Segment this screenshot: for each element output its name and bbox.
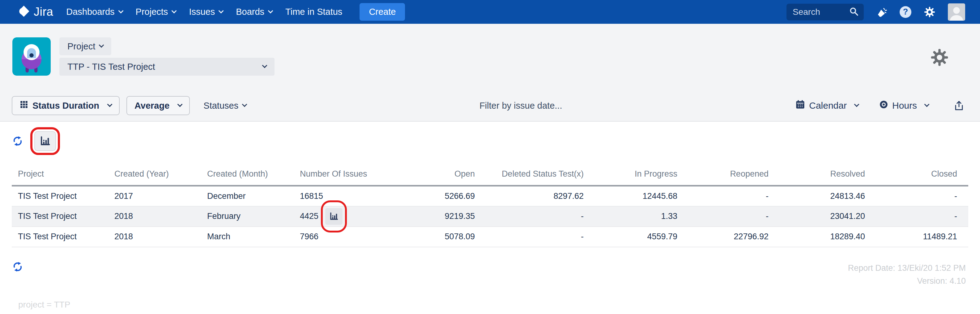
project-avatar-monster (13, 37, 51, 76)
column-header: Closed (869, 165, 968, 186)
chevron-down-icon (262, 63, 267, 68)
top-navigation: Jira Dashboards Projects Issues Boards T… (0, 0, 980, 24)
cell: TIS Test Project (12, 186, 108, 206)
chevron-down-icon (118, 8, 123, 13)
cell: - (479, 227, 588, 247)
chevron-down-icon (854, 102, 859, 107)
chevron-down-icon (172, 8, 177, 13)
chevron-down-icon (924, 102, 930, 107)
cell: TIS Test Project (12, 227, 108, 247)
user-avatar[interactable] (948, 3, 965, 21)
cell: - (682, 186, 773, 206)
calendar-dropdown[interactable]: Calendar (795, 100, 859, 112)
column-header: In Progress (588, 165, 682, 186)
row-chart-button[interactable] (325, 208, 342, 225)
cell: March (201, 227, 294, 247)
cell: 23041.20 (773, 206, 869, 227)
metric-dropdown[interactable]: Average (126, 96, 190, 115)
report-version: Version: 4.10 (848, 274, 966, 287)
refresh-icon[interactable] (13, 136, 23, 146)
project-header: Project TTP - TIS Test Project (0, 37, 980, 76)
help-icon[interactable]: ? (900, 6, 912, 18)
megaphone-icon[interactable] (876, 6, 887, 17)
gear-icon[interactable] (924, 6, 935, 18)
column-header: Open (387, 165, 479, 186)
cell: 24813.46 (773, 186, 869, 206)
cell: 2018 (108, 206, 201, 227)
cell: 7966 (294, 227, 387, 247)
cell: 5266.69 (387, 186, 479, 206)
column-header: Reopened (682, 165, 773, 186)
cell: - (869, 206, 968, 227)
cell: 2018 (108, 227, 201, 247)
report-settings-gear-icon[interactable] (930, 48, 949, 68)
chevron-down-icon (219, 8, 224, 13)
table-row: TIS Test Project 2018 March 7966 5078.09… (12, 227, 968, 247)
column-header: Resolved (773, 165, 869, 186)
statuses-dropdown[interactable]: Statuses (204, 101, 247, 111)
cell: 16815 (294, 186, 387, 206)
table-row: TIS Test Project 2017 December 16815 526… (12, 186, 968, 206)
annotation-ring (30, 127, 60, 155)
report-content: Project Created (Year) Created (Month) N… (0, 122, 980, 314)
calendar-icon (795, 100, 805, 112)
jira-logo-icon (17, 5, 30, 19)
jira-logo-text: Jira (34, 5, 53, 19)
column-header: Created (Month) (201, 165, 294, 186)
column-header: Deleted Status Test(x) (479, 165, 588, 186)
nav-item-time-in-status[interactable]: Time in Status (285, 7, 342, 17)
toolbar-right: Calendar Hours (795, 100, 964, 112)
cell: - (479, 206, 588, 227)
nav-item-issues[interactable]: Issues (189, 7, 223, 17)
grid-icon (20, 100, 28, 111)
table-row: TIS Test Project 2018 February 4425 (12, 206, 968, 227)
chart-toggle-row (0, 122, 980, 155)
cell: TIS Test Project (12, 206, 108, 227)
report-date: Report Date: 13/Eki/20 1:52 PM (848, 262, 966, 274)
bullseye-icon (879, 100, 888, 111)
search-box[interactable] (786, 4, 864, 21)
jql-query-text: project = TTP (0, 300, 980, 310)
nav-item-dashboards[interactable]: Dashboards (66, 7, 123, 17)
report-meta: Report Date: 13/Eki/20 1:52 PM Version: … (848, 262, 966, 287)
chevron-down-icon (177, 102, 183, 107)
nav-left: Jira Dashboards Projects Issues Boards T… (0, 3, 405, 21)
cell: 9219.35 (387, 206, 479, 227)
chevron-down-icon (268, 8, 273, 13)
refresh-icon[interactable] (13, 262, 23, 272)
cell: 18289.40 (773, 227, 869, 247)
cell: December (201, 186, 294, 206)
cell: 8297.62 (479, 186, 588, 206)
cell: 5078.09 (387, 227, 479, 247)
cell: 11489.21 (869, 227, 968, 247)
jira-logo[interactable]: Jira (17, 5, 53, 19)
time-unit-dropdown[interactable]: Hours (879, 100, 929, 111)
column-header: Created (Year) (108, 165, 201, 186)
table-header-row: Project Created (Year) Created (Month) N… (12, 165, 968, 186)
nav-item-boards[interactable]: Boards (236, 7, 272, 17)
project-select[interactable]: TTP - TIS Test Project (59, 58, 275, 76)
search-icon (849, 6, 859, 17)
cell: 22796.92 (682, 227, 773, 247)
column-header: Project (12, 165, 108, 186)
cell: 1.33 (588, 206, 682, 227)
chart-view-button[interactable] (34, 131, 56, 151)
status-duration-table: Project Created (Year) Created (Month) N… (0, 165, 980, 247)
cell: 2017 (108, 186, 201, 206)
cell: - (869, 186, 968, 206)
report-type-dropdown[interactable]: Status Duration (12, 96, 119, 115)
cell: February (201, 206, 294, 227)
project-controls: Project TTP - TIS Test Project (59, 37, 275, 76)
column-header: Number Of Issues (294, 165, 387, 186)
nav-item-projects[interactable]: Projects (136, 7, 176, 17)
cell: 4425 (294, 206, 387, 227)
create-button[interactable]: Create (360, 3, 405, 21)
chevron-down-icon (107, 102, 112, 107)
export-icon[interactable] (953, 100, 964, 111)
report-footer: Report Date: 13/Eki/20 1:52 PM Version: … (0, 247, 980, 287)
report-toolbar: Status Duration Average Statuses (0, 96, 980, 115)
scope-dropdown[interactable]: Project (59, 37, 111, 55)
issue-date-filter-input[interactable] (247, 101, 795, 111)
search-input[interactable] (793, 7, 849, 17)
chevron-down-icon (99, 43, 104, 48)
